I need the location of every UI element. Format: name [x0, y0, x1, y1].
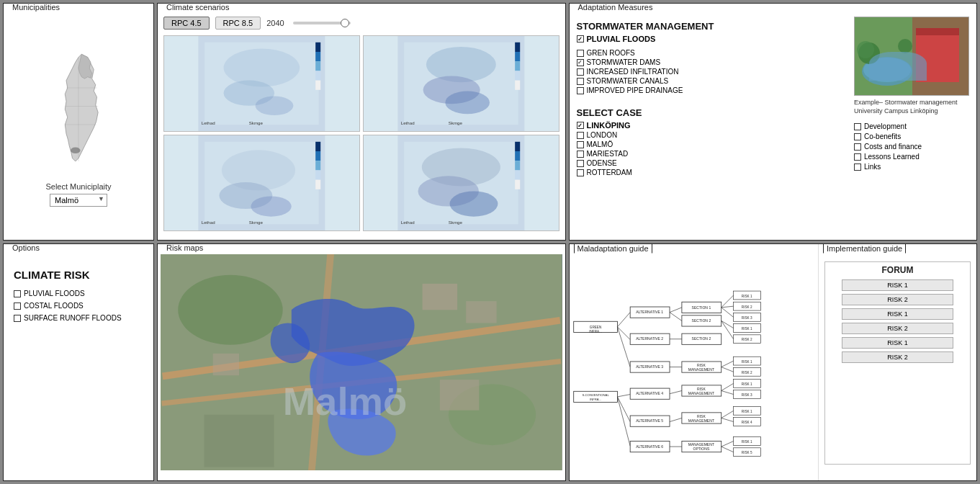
pluvial-floods-checked: ✓ PLUVIAL FLOODS: [577, 35, 848, 43]
svg-rect-35: [315, 151, 320, 161]
year-label: 2040: [266, 19, 284, 27]
surface-option-checkbox[interactable]: [14, 315, 21, 322]
development-checkbox[interactable]: [854, 123, 861, 130]
svg-rect-26: [515, 81, 520, 90]
forum-btn-4[interactable]: RISK 2: [842, 323, 953, 334]
odense-checkbox[interactable]: [577, 160, 584, 167]
infiltration-item: INCREASED INFILTRATION: [577, 68, 848, 76]
svg-rect-69: [204, 415, 274, 467]
rpc45-button[interactable]: RPC 4.5: [163, 17, 210, 30]
forum-btn-6[interactable]: RISK 2: [842, 351, 953, 363]
svg-line-86: [617, 397, 630, 446]
svg-rect-73: [213, 354, 239, 375]
svg-point-62: [898, 39, 912, 53]
climate-map-4: Lethad Skmge: [363, 135, 559, 231]
svg-line-84: [617, 395, 630, 397]
guide-panel: Maladaptation guide GREEN INFRA... S-CON…: [569, 243, 978, 481]
forum-btn-2[interactable]: RISK 2: [842, 294, 953, 305]
svg-text:MANAGEMENT: MANAGEMENT: [688, 367, 714, 372]
svg-line-151: [721, 306, 733, 308]
svg-point-33: [251, 196, 291, 216]
svg-text:RISK 1: RISK 1: [741, 360, 752, 364]
green-roofs-item: GREN ROOFS: [577, 49, 848, 57]
infiltration-checkbox[interactable]: [577, 68, 584, 76]
linkoping-item: ✓ LINKÖPING: [577, 121, 848, 130]
forum-btn-1[interactable]: RISK 1: [842, 279, 953, 291]
year-slider[interactable]: [293, 22, 351, 24]
svg-rect-12: [315, 61, 320, 71]
mariestad-item: MARIESTAD: [577, 150, 848, 158]
svg-text:S-CONVENTIONAL: S-CONVENTIONAL: [582, 393, 609, 397]
costs-finance-link: Costs and finance: [854, 143, 969, 151]
canals-checkbox[interactable]: [577, 78, 584, 85]
costal-floods-option: COSTAL FLOODS: [14, 302, 143, 310]
linkoping-checkbox[interactable]: ✓: [577, 122, 584, 129]
svg-line-153: [721, 321, 733, 328]
adaptation-left: STORMWATER MANAGEMENT ✓ PLUVIAL FLOODS G…: [577, 17, 848, 234]
links-checkbox[interactable]: [854, 163, 861, 171]
svg-line-154: [721, 321, 733, 339]
svg-point-61: [857, 41, 874, 58]
svg-text:RISK 3: RISK 3: [741, 393, 752, 397]
options-panel: Options CLIMATE RISK PLUVIAL FLOODS COST…: [3, 243, 154, 481]
forum-btn-5[interactable]: RISK 1: [842, 337, 953, 349]
pipe-drainage-checkbox[interactable]: [577, 87, 584, 94]
mariestad-checkbox[interactable]: [577, 151, 584, 158]
svg-point-7: [224, 49, 300, 87]
svg-text:ALTERNATIVE 4: ALTERNATIVE 4: [636, 391, 663, 395]
svg-line-81: [617, 313, 630, 327]
pluvial-checkbox[interactable]: ✓: [577, 35, 584, 42]
svg-line-85: [617, 397, 630, 422]
select-municipality-label: Select Municiplaity: [45, 182, 111, 191]
svg-text:GREEN: GREEN: [589, 326, 601, 329]
stormwater-image: [854, 17, 969, 96]
rotterdam-checkbox[interactable]: [577, 169, 584, 176]
green-roofs-checkbox[interactable]: [577, 50, 584, 57]
implementation-tab[interactable]: Implementation guide: [823, 243, 906, 254]
municipality-select[interactable]: Malmö Linköping London Mariestad Odense …: [50, 194, 107, 207]
costs-finance-checkbox[interactable]: [854, 143, 861, 151]
municipalities-panel: Municipalities Select Municiplaity Malmö…: [3, 3, 154, 241]
rpc85-button[interactable]: RPC 8.5: [215, 17, 261, 30]
stormwater-dams-item: ✓ STORMWATER DAMS: [577, 58, 848, 66]
svg-text:RISK 2: RISK 2: [741, 305, 752, 309]
svg-rect-11: [315, 52, 320, 61]
stormwater-title: STORMWATER MANAGEMENT: [577, 21, 848, 32]
cobenefits-link: Co-benefits: [854, 133, 969, 140]
cobenefits-checkbox[interactable]: [854, 133, 861, 140]
stormwater-dams-checkbox[interactable]: ✓: [577, 59, 584, 66]
svg-text:Skmge: Skmge: [449, 220, 463, 225]
municipality-select-wrapper[interactable]: Malmö Linköping London Mariestad Odense …: [50, 191, 107, 207]
svg-line-122: [670, 418, 682, 421]
surface-runoff-option: SURFACE RUNOFF FLOODS: [14, 314, 143, 322]
forum-title: FORUM: [828, 265, 967, 275]
adaptation-title: Adaptation Measures: [575, 3, 656, 12]
svg-text:ALTERNATIVE 6: ALTERNATIVE 6: [636, 444, 663, 449]
svg-rect-57: [916, 28, 959, 35]
svg-text:RISK 1: RISK 1: [741, 295, 752, 298]
maladaptation-tab[interactable]: Maladaptation guide: [574, 243, 652, 254]
svg-text:RISK 4: RISK 4: [741, 421, 752, 424]
london-checkbox[interactable]: [577, 132, 584, 139]
svg-text:RISK 3: RISK 3: [741, 316, 752, 320]
london-item: LONDON: [577, 131, 848, 139]
forum-btn-3[interactable]: RISK 1: [842, 308, 953, 320]
svg-text:Lethad: Lethad: [202, 220, 215, 225]
lessons-checkbox[interactable]: [854, 153, 861, 161]
costal-option-checkbox[interactable]: [14, 302, 21, 310]
svg-line-117: [670, 308, 682, 313]
climate-maps-grid: Lethad Skmge Lethad S: [163, 35, 559, 231]
municipalities-title: Municipalities: [9, 3, 63, 12]
options-title: Options: [9, 243, 42, 252]
pluvial-option-checkbox[interactable]: [14, 290, 21, 297]
svg-rect-34: [315, 142, 320, 151]
adaptation-panel: Adaptation Measures STORMWATER MANAGEMEN…: [569, 3, 978, 241]
year-slider-thumb: [341, 19, 349, 27]
svg-line-152: [721, 308, 733, 318]
malmo-checkbox[interactable]: [577, 141, 584, 148]
svg-rect-56: [916, 32, 959, 82]
svg-rect-50: [515, 180, 520, 189]
svg-line-161: [721, 442, 733, 447]
svg-line-83: [617, 327, 630, 367]
svg-line-159: [721, 411, 733, 418]
